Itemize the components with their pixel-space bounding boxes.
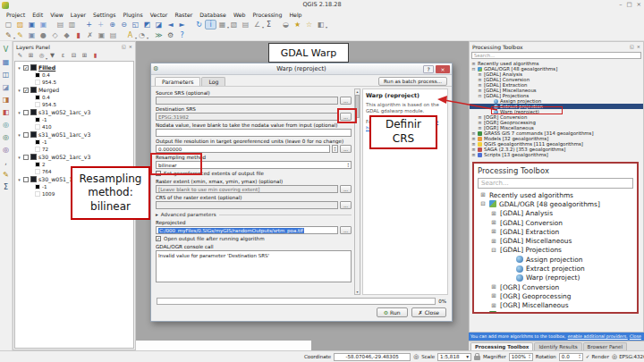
add-wms-layer-icon[interactable]: ◎ [1, 120, 11, 130]
add-mssql-layer-icon[interactable]: ◨ [1, 95, 11, 105]
expander-icon[interactable]: ▾ [17, 132, 21, 138]
output-path-input[interactable]: C:/000_myFiles/0.SIGs/myGIS/randomOutput… [156, 226, 338, 234]
add-raster-layer-icon[interactable]: ▦ [1, 57, 11, 67]
dialog-scrollbar[interactable]: ▴ ▾ [354, 88, 360, 295]
panel-close-icon[interactable]: × [637, 44, 640, 49]
zoom-to-selection-icon[interactable]: ◩ [141, 20, 153, 29]
expander-icon[interactable]: ⊞ [478, 83, 482, 88]
tab-log[interactable]: Log [201, 77, 225, 86]
source-srs-browse-button[interactable]: ... [340, 97, 352, 105]
panel-tab[interactable]: Processing Toolbox [470, 342, 533, 350]
pan-to-selection-icon[interactable]: + [95, 20, 106, 29]
labeling-icon[interactable]: A [124, 30, 136, 40]
python-console-icon[interactable]: ≫ [153, 30, 165, 40]
menu-item[interactable]: Web [230, 12, 250, 18]
layer-checkbox[interactable] [23, 110, 29, 115]
console-call-text[interactable]: Invalid value for parameter 'Destination… [156, 250, 352, 282]
expander-icon[interactable]: ⊞ [478, 126, 482, 130]
dialog-close-icon[interactable]: × [436, 65, 450, 73]
destination-srs-browse-button[interactable]: ... [340, 113, 352, 121]
deselect-features-icon[interactable]: ▧ [228, 20, 240, 29]
composer-manager-icon[interactable]: ▥ [66, 20, 78, 29]
panel-float-icon[interactable]: ◱ [122, 44, 126, 49]
extents-toggle-icon[interactable]: ◎ [413, 354, 419, 360]
current-edits-icon[interactable]: ✎ [3, 30, 14, 40]
toolbox-search-input[interactable]: Search... [471, 52, 641, 59]
run-as-batch-button[interactable]: Run as batch process... [378, 77, 447, 86]
statistical-summary-icon[interactable]: Σ [263, 20, 275, 29]
tab-parameters[interactable]: Parameters [155, 77, 200, 86]
resampling-combo[interactable]: bilinear ▴▾ [156, 161, 352, 169]
zoom-in-icon[interactable]: ⊕ [106, 20, 118, 29]
expander-icon[interactable]: ⊞ [471, 131, 476, 136]
menu-item[interactable]: Layer [67, 12, 89, 18]
add-oracle-layer-icon[interactable]: ◧ [1, 107, 11, 117]
open-output-checkbox[interactable] [156, 236, 161, 241]
scroll-up-icon[interactable]: ▴ [356, 89, 358, 94]
zoom-last-icon[interactable]: ◄ [165, 20, 176, 29]
panel-tab[interactable]: Browser Panel [583, 342, 628, 350]
node-tool-icon[interactable]: ◆ [61, 30, 72, 40]
remove-layer-icon[interactable]: ▮ [90, 52, 100, 61]
menu-item[interactable]: View [47, 12, 67, 18]
menu-item[interactable]: Edit [29, 12, 47, 18]
expander-icon[interactable]: ▾ [17, 155, 21, 160]
enable-providers-link[interactable]: enable additional providers. [568, 334, 628, 339]
scroll-down-icon[interactable]: ▾ [356, 290, 358, 294]
close-button[interactable]: ✗Close [411, 307, 446, 317]
menu-item[interactable]: Project [3, 12, 29, 18]
filter-by-expression-icon[interactable]: ε [58, 52, 68, 61]
add-vector-layer-icon[interactable]: V [1, 45, 11, 55]
new-bookmark-icon[interactable]: ★ [292, 20, 303, 29]
output-browse-button[interactable]: ... [340, 226, 352, 234]
expander-icon[interactable]: ▾ [17, 88, 21, 93]
nodata-input[interactable] [156, 129, 352, 137]
identify-features-icon[interactable]: i [205, 20, 216, 29]
panel-float-icon[interactable]: ◱ [630, 44, 634, 49]
raster-extent-browse-button[interactable]: ... [340, 185, 352, 193]
help-contents-icon[interactable]: ? [176, 30, 188, 40]
magnifier-spin[interactable]: 100%▴▾ [509, 353, 533, 361]
expand-all-icon[interactable]: ⊟ [69, 52, 79, 61]
destination-srs-input[interactable]: EPSG:31982 [156, 113, 338, 121]
window-close-icon[interactable]: × [637, 1, 641, 8]
manage-map-themes-icon[interactable]: ◎ [37, 52, 47, 61]
open-layer-styling-icon[interactable]: ✎ [15, 52, 25, 61]
collapse-all-icon[interactable]: ⊞ [80, 52, 89, 61]
menu-item[interactable]: Database [196, 12, 230, 18]
pan-map-icon[interactable]: + [83, 20, 95, 29]
layer-checkbox[interactable] [23, 177, 29, 182]
layer-checkbox[interactable] [23, 132, 29, 138]
zoom-out-icon[interactable]: ⊖ [118, 20, 130, 29]
crs-status-button[interactable]: ◎EPSG:4326 [612, 354, 644, 360]
annotation-icon[interactable]: ◧ [315, 20, 326, 29]
copy-features-icon[interactable]: ▣ [96, 30, 107, 40]
processing-options-icon[interactable]: ⚙ [165, 30, 176, 40]
extent-crs-input[interactable] [156, 201, 338, 209]
show-bookmarks-icon[interactable]: ☆ [303, 20, 315, 29]
resolution-input[interactable]: 0.000000 [156, 145, 330, 153]
coordinate-input[interactable]: -58.07046,-29.48305 [334, 353, 411, 361]
map-tips-icon[interactable]: ◒ [280, 20, 292, 29]
close-info-link[interactable]: Close [630, 334, 641, 339]
measure-icon[interactable]: ∠ [251, 20, 263, 29]
paste-features-icon[interactable]: ▤ [107, 30, 119, 40]
save-project-as-icon[interactable]: ▣ [38, 20, 49, 29]
zoom-to-layer-icon[interactable]: ◪ [153, 20, 165, 29]
maximize-icon[interactable]: □ [626, 1, 631, 8]
expander-icon[interactable]: ⊟ [478, 94, 482, 98]
extents-checkbox[interactable] [156, 171, 161, 176]
add-wfs-layer-icon[interactable]: ◎ [1, 145, 11, 155]
move-feature-icon[interactable]: ◇ [49, 30, 61, 40]
panel-tab[interactable]: Identify Results [534, 342, 581, 350]
statistical-summary-icon[interactable]: Σ [1, 182, 11, 192]
source-srs-input[interactable] [156, 97, 338, 105]
expander-icon[interactable]: ⊞ [478, 72, 482, 77]
expander-icon[interactable]: ⊞ [471, 137, 476, 141]
scale-combo[interactable]: 1:5,818▾ [437, 353, 471, 361]
menu-item[interactable]: Plugins [120, 12, 147, 18]
layer-item[interactable]: ▾ Merged 0.4 954.5 [15, 86, 133, 108]
layer-item[interactable]: ▾ s31_w051_1arc_v3 -1 72 [15, 130, 133, 153]
add-feature-icon[interactable]: ● [38, 30, 49, 40]
save-layer-edits-icon[interactable]: ▣ [26, 30, 38, 40]
